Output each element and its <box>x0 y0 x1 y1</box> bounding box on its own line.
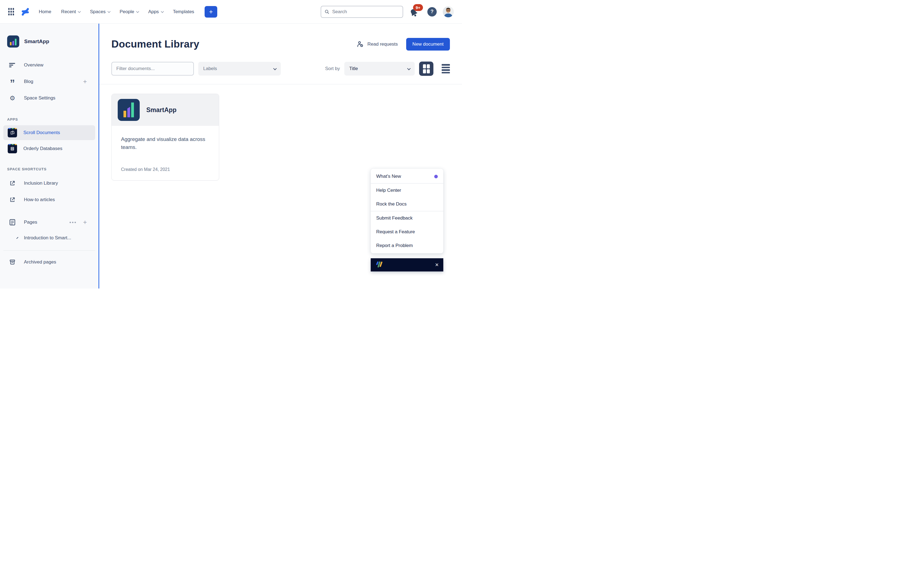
sidebar-item-archived-pages[interactable]: Archived pages <box>0 254 99 270</box>
space-header[interactable]: SmartApp <box>0 35 99 48</box>
document-card[interactable]: SmartApp Aggregate and visualize data ac… <box>111 94 219 181</box>
search-input[interactable] <box>332 9 399 15</box>
content-divider <box>99 84 462 84</box>
read-requests-button[interactable]: Read requests <box>357 41 398 48</box>
document-description: Aggregate and visualize data across team… <box>121 135 210 152</box>
menu-item-report-a-problem[interactable]: Report a Problem <box>371 239 443 253</box>
space-logo-icon <box>7 35 19 48</box>
nav-item-templates[interactable]: Templates <box>173 9 194 15</box>
sidebar-label: Overview <box>24 62 44 68</box>
nav-item-people[interactable]: People <box>120 9 138 15</box>
smartapp-document-icon <box>118 99 140 121</box>
menu-label: Report a Problem <box>376 243 413 248</box>
chevron-down-icon <box>273 66 277 70</box>
space-name: SmartApp <box>24 39 49 45</box>
page-tree-label: Introduction to Smart... <box>24 235 71 241</box>
sidebar-item-overview[interactable]: Overview <box>0 57 99 73</box>
chevron-down-icon <box>136 10 139 13</box>
menu-item-submit-feedback[interactable]: Submit Feedback <box>371 211 443 225</box>
gear-icon: ⚙ <box>9 95 16 102</box>
sidebar-label: Scroll Documents <box>23 130 60 135</box>
question-mark-icon: ? <box>431 9 434 15</box>
sidebar-item-inclusion-library[interactable]: Inclusion Library <box>0 175 99 192</box>
menu-label: Submit Feedback <box>376 215 412 221</box>
notifications-button[interactable]: 9+ <box>409 5 421 18</box>
sort-by-label: Sort by <box>325 66 340 71</box>
sidebar-item-blog[interactable]: ” Blog + <box>0 73 99 90</box>
menu-label: What's New <box>376 174 401 179</box>
add-blog-icon[interactable]: + <box>83 78 87 85</box>
create-button[interactable]: + <box>205 6 217 18</box>
sidebar-label: How-to articles <box>24 197 55 203</box>
sidebar-label: Inclusion Library <box>24 181 58 186</box>
nav-label: Templates <box>173 9 194 15</box>
filter-documents-input[interactable] <box>111 62 194 76</box>
add-page-icon[interactable]: + <box>83 218 87 226</box>
chevron-down-icon <box>78 10 81 13</box>
confluence-app: Home Recent Spaces People Apps Templates… <box>0 0 462 288</box>
sidebar-label: Pages <box>24 219 37 225</box>
search-icon <box>325 9 330 15</box>
notification-count-badge: 9+ <box>413 4 423 11</box>
chevron-down-icon <box>161 10 164 13</box>
nav-label: Recent <box>61 9 76 15</box>
page-icon <box>9 219 16 226</box>
document-created-date: Created on Mar 24, 2021 <box>121 167 210 172</box>
menu-item-whats-new[interactable]: What's New <box>371 169 443 183</box>
close-icon[interactable]: × <box>435 262 439 268</box>
menu-item-request-a-feature[interactable]: Request a Feature <box>371 225 443 239</box>
k15t-logo-icon <box>375 260 385 269</box>
person-check-icon <box>357 41 364 48</box>
sidebar-item-scroll-documents[interactable]: Scroll Documents <box>3 125 95 140</box>
sidebar-item-how-to-articles[interactable]: How-to articles <box>0 192 99 208</box>
nav-item-spaces[interactable]: Spaces <box>90 9 110 15</box>
sidebar-item-space-settings[interactable]: ⚙ Space Settings <box>0 90 99 106</box>
notification-flag-banner: × <box>371 258 443 271</box>
page-tree-item[interactable]: Introduction to Smart... <box>0 230 99 245</box>
labels-value: Labels <box>203 66 217 71</box>
plus-icon: + <box>209 8 213 15</box>
more-icon[interactable] <box>69 222 76 223</box>
new-indicator-dot <box>434 175 438 178</box>
new-document-button[interactable]: New document <box>406 38 450 50</box>
sidebar-label: Orderly Databases <box>23 146 62 152</box>
sort-dropdown[interactable]: Title <box>344 62 415 76</box>
chevron-down-icon <box>407 66 411 70</box>
nav-item-recent[interactable]: Recent <box>61 9 80 15</box>
user-avatar[interactable] <box>443 6 454 17</box>
help-popup-menu: What's New Help Center Rock the Docs Sub… <box>371 169 443 253</box>
grid-view-button[interactable] <box>419 61 433 76</box>
nav-label: Spaces <box>90 9 106 15</box>
help-button[interactable]: ? <box>427 7 437 16</box>
nav-item-apps[interactable]: Apps <box>148 9 163 15</box>
shortcuts-section-header: SPACE SHORTCUTS <box>7 167 99 171</box>
quote-icon: ” <box>9 82 16 85</box>
menu-item-help-center[interactable]: Help Center <box>371 184 443 197</box>
document-title: SmartApp <box>146 106 176 114</box>
scroll-documents-icon <box>8 128 17 137</box>
sort-value: Title <box>349 66 358 71</box>
sidebar-label: Archived pages <box>24 259 56 265</box>
apps-section-header: APPS <box>7 117 99 121</box>
primary-nav: Home Recent Spaces People Apps Templates <box>39 9 194 15</box>
page-title: Document Library <box>111 39 199 50</box>
menu-label: Rock the Docs <box>376 201 407 207</box>
confluence-logo-icon[interactable] <box>21 8 29 16</box>
chevron-down-icon <box>108 10 111 13</box>
nav-label: Apps <box>148 9 159 15</box>
sidebar-label: Space Settings <box>24 95 55 101</box>
sidebar-item-pages[interactable]: Pages + <box>0 214 99 230</box>
archive-icon <box>9 259 16 265</box>
nav-item-home[interactable]: Home <box>39 9 51 15</box>
chevron-right-icon[interactable] <box>9 237 16 239</box>
menu-item-rock-the-docs[interactable]: Rock the Docs <box>371 197 443 211</box>
document-card-header: SmartApp <box>111 94 219 126</box>
labels-dropdown[interactable]: Labels <box>198 62 281 76</box>
top-navigation-bar: Home Recent Spaces People Apps Templates… <box>0 0 462 24</box>
list-view-button[interactable] <box>442 64 450 73</box>
external-link-icon <box>9 180 16 186</box>
sidebar-item-orderly-databases[interactable]: Orderly Databases <box>3 141 95 156</box>
search-box[interactable] <box>321 6 403 18</box>
orderly-databases-icon <box>8 144 17 153</box>
app-switcher-icon[interactable] <box>8 8 14 15</box>
